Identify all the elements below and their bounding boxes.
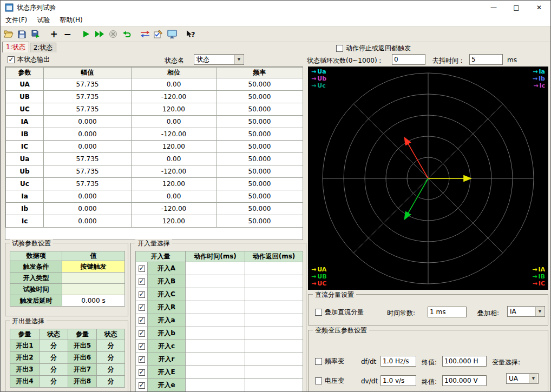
action-time-cell[interactable]	[186, 353, 245, 366]
dc-overlay-checkbox[interactable]: 叠加直流分量	[315, 308, 364, 317]
value-cell[interactable]: 57.735	[44, 178, 132, 190]
display-button[interactable]	[165, 28, 179, 41]
action-time-cell[interactable]	[186, 275, 245, 288]
dfdt-input[interactable]	[381, 356, 416, 367]
value-cell[interactable]: 120.00	[132, 141, 217, 153]
input-enable-checkbox[interactable]: ✓	[136, 275, 148, 288]
value-cell[interactable]	[62, 273, 125, 284]
dc-phase-select[interactable]: IA ▼	[507, 306, 545, 317]
action-time-cell[interactable]	[186, 262, 245, 275]
action-return-cell[interactable]	[245, 314, 303, 327]
maximize-button[interactable]: □	[505, 1, 528, 15]
value-cell[interactable]: 50.000	[217, 116, 303, 128]
tab-state-2[interactable]: 2:状态	[30, 43, 57, 52]
state-output-checkbox[interactable]: ✓ 本状态输出	[8, 55, 50, 64]
value-cell[interactable]: -120.00	[132, 128, 217, 141]
action-time-cell[interactable]	[186, 288, 245, 301]
value-cell[interactable]: 按键触发	[62, 261, 125, 273]
value-cell[interactable]: 50.000	[217, 178, 303, 190]
save-as-button[interactable]	[29, 28, 42, 41]
state-cell[interactable]: 分	[40, 352, 68, 364]
value-cell[interactable]: 0.000	[44, 141, 132, 153]
context-help-button[interactable]: ?	[183, 28, 197, 41]
menu-file[interactable]: 文件(F)	[1, 16, 32, 25]
add-state-button[interactable]: +	[47, 28, 61, 41]
value-cell[interactable]: 50.000	[217, 78, 303, 91]
vector-adjust-button[interactable]	[138, 28, 152, 41]
volt-final-input[interactable]	[442, 375, 487, 386]
stop-button[interactable]	[106, 28, 120, 41]
value-cell[interactable]: 0.000	[44, 203, 132, 215]
volt-change-checkbox[interactable]: 电压变	[315, 376, 344, 386]
tab-state-1[interactable]: 1:状态	[2, 42, 29, 52]
action-return-cell[interactable]	[245, 288, 303, 301]
action-return-cell[interactable]	[245, 262, 303, 275]
value-cell[interactable]: 50.000	[217, 153, 303, 165]
value-cell[interactable]: 0.00	[132, 153, 217, 165]
action-return-cell[interactable]	[245, 301, 303, 314]
action-time-cell[interactable]	[186, 301, 245, 314]
save-button[interactable]	[15, 28, 29, 41]
value-cell[interactable]: 50.000	[217, 128, 303, 141]
value-cell[interactable]: 50.000	[217, 103, 303, 116]
menu-test[interactable]: 试验	[32, 16, 55, 25]
state-cell[interactable]: 分	[97, 340, 125, 352]
value-cell[interactable]: 0.00	[132, 78, 217, 91]
undo-button[interactable]	[120, 28, 133, 41]
action-time-cell[interactable]	[186, 314, 245, 327]
edit-settings-button[interactable]	[152, 28, 165, 41]
action-return-cell[interactable]	[245, 340, 303, 353]
close-button[interactable]: ✕	[528, 1, 550, 15]
action-return-cell[interactable]	[245, 366, 303, 379]
input-enable-checkbox[interactable]: ✓	[136, 288, 148, 301]
action-return-cell[interactable]	[245, 275, 303, 288]
value-cell[interactable]: 0.000	[44, 128, 132, 141]
action-time-cell[interactable]	[186, 340, 245, 353]
value-cell[interactable]: 57.735	[44, 103, 132, 116]
chevron-down-icon[interactable]: ▼	[529, 374, 537, 383]
value-cell[interactable]: -120.00	[132, 165, 217, 178]
state-name-select[interactable]: 状态 ▼	[194, 54, 244, 65]
value-cell[interactable]: 0.00	[132, 190, 217, 203]
chevron-down-icon[interactable]: ▼	[535, 307, 544, 316]
value-cell[interactable]: 50.000	[217, 203, 303, 215]
state-cell[interactable]: 分	[97, 364, 125, 376]
value-cell[interactable]: 57.735	[44, 91, 132, 103]
menu-help[interactable]: 帮助(H)	[55, 16, 87, 25]
remove-state-button[interactable]: −	[61, 28, 74, 41]
variable-select[interactable]: UA ▼	[506, 373, 539, 384]
action-return-cell[interactable]	[245, 379, 303, 392]
run-button[interactable]	[79, 28, 93, 41]
debounce-input[interactable]	[469, 54, 503, 65]
dvdt-input[interactable]	[381, 375, 416, 386]
action-return-cell[interactable]	[245, 353, 303, 366]
value-cell[interactable]: 0.000	[44, 215, 132, 228]
time-constant-input[interactable]	[428, 307, 467, 317]
action-return-cell[interactable]	[245, 327, 303, 340]
state-cell[interactable]: 分	[97, 376, 125, 388]
state-cell[interactable]: 分	[40, 376, 68, 388]
input-enable-checkbox[interactable]: ✓	[136, 301, 148, 314]
value-cell[interactable]: 0.000	[44, 190, 132, 203]
chevron-down-icon[interactable]: ▼	[234, 55, 243, 64]
loop-count-input[interactable]	[392, 54, 425, 65]
open-file-button[interactable]	[2, 28, 15, 41]
state-cell[interactable]: 分	[97, 352, 125, 364]
state-cell[interactable]: 分	[40, 340, 68, 352]
value-cell[interactable]: 120.00	[132, 103, 217, 116]
value-cell[interactable]	[62, 284, 125, 295]
minimize-button[interactable]: —	[482, 1, 505, 15]
input-enable-checkbox[interactable]: ✓	[136, 340, 148, 353]
value-cell[interactable]: 50.000	[217, 165, 303, 178]
value-cell[interactable]: 50.000	[217, 91, 303, 103]
value-cell[interactable]: 57.735	[44, 78, 132, 91]
input-enable-checkbox[interactable]: ✓	[136, 366, 148, 379]
value-cell[interactable]: 0.000	[44, 116, 132, 128]
value-cell[interactable]: 0.00	[132, 116, 217, 128]
value-cell[interactable]: 57.735	[44, 165, 132, 178]
freq-final-input[interactable]	[442, 356, 487, 367]
trigger-on-stop-checkbox[interactable]: 动作停止或返回都触发	[336, 44, 411, 53]
value-cell[interactable]: 120.00	[132, 215, 217, 228]
value-cell[interactable]: -120.00	[132, 203, 217, 215]
value-cell[interactable]: 50.000	[217, 141, 303, 153]
